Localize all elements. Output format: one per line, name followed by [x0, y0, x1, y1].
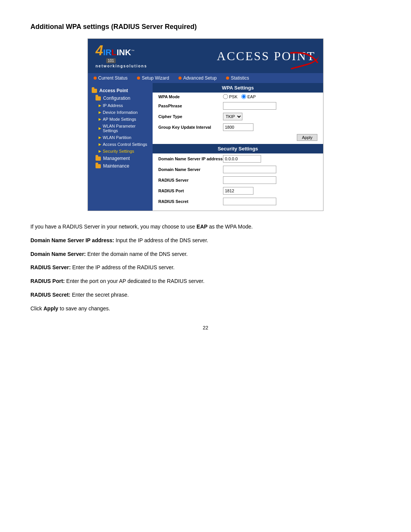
radius-secret-control — [223, 198, 317, 205]
sidebar-item-wlan-params[interactable]: ▶ WLAN Parameter Settings — [88, 123, 153, 134]
main-panel: WPA Settings WPA Mode PSK EAP — [153, 83, 323, 211]
arrow-icon: ▶ — [99, 149, 101, 153]
router-nav: Current Status Setup Wizard Advanced Set… — [88, 73, 323, 83]
wpa-eap-label: EAP — [247, 94, 256, 99]
dns-ip-input[interactable] — [223, 155, 261, 163]
sidebar-item-wlan-partition[interactable]: ▶ WLAN Partition — [88, 134, 153, 141]
sidebar-item-access-point[interactable]: Access Point — [88, 87, 153, 94]
router-body: Access Point Configuration ▶ IP Address … — [88, 83, 323, 211]
nav-statistics[interactable]: Statistics — [226, 75, 249, 81]
wpa-mode-psk[interactable]: PSK — [223, 94, 237, 99]
wpa-eap-radio[interactable] — [241, 94, 246, 99]
arrow-icon: ▶ — [99, 126, 101, 130]
eap-bold: EAP — [197, 224, 208, 230]
radius-secret-input[interactable] — [223, 198, 276, 205]
arrow-icon: ▶ — [99, 136, 101, 139]
sidebar-label: WLAN Partition — [103, 135, 131, 140]
nav-label: Setup Wizard — [142, 75, 169, 81]
nav-dot — [178, 77, 182, 80]
sidebar-label: AP Mode Settings — [103, 117, 136, 121]
desc-p3: Domain Name Server: Enter the domain nam… — [30, 250, 381, 259]
sidebar-label: WLAN Parameter Settings — [103, 124, 149, 133]
security-settings-header: Security Settings — [153, 144, 323, 153]
radius-port-row: RADIUS Port — [153, 185, 323, 196]
sidebar-item-access-control[interactable]: ▶ Access Control Settings — [88, 141, 153, 148]
radius-server-input[interactable] — [223, 176, 276, 184]
page-title: Additional WPA settings (RADIUS Server R… — [30, 23, 381, 31]
sidebar-label: IP Address — [103, 103, 123, 108]
dns-ip-bold: Domain Name Server IP address: — [30, 237, 114, 243]
radius-port-input[interactable] — [223, 187, 253, 195]
dns-ip-control — [223, 155, 317, 163]
sidebar: Access Point Configuration ▶ IP Address … — [88, 83, 153, 211]
router-header: 4 IRLINK™ 101 networkingsolutions Access… — [88, 39, 323, 73]
nav-dot — [94, 77, 97, 80]
passphrase-control — [223, 102, 317, 110]
group-key-input[interactable] — [223, 123, 253, 131]
cipher-type-select[interactable]: TKIP — [223, 113, 242, 120]
desc-p1: If you have a RADIUS Server in your netw… — [30, 222, 381, 232]
cipher-type-label: Cipher Type — [158, 114, 223, 119]
description-section: If you have a RADIUS Server in your netw… — [30, 222, 381, 313]
sidebar-item-device-info[interactable]: ▶ Device Information — [88, 109, 153, 116]
radius-port-control — [223, 187, 317, 195]
sidebar-label: Management — [103, 156, 130, 161]
sidebar-item-management[interactable]: Management — [88, 155, 153, 162]
folder-icon — [96, 164, 101, 168]
logo-irlink: IRLINK™ — [103, 48, 134, 57]
cipher-type-control: TKIP — [223, 113, 317, 120]
arrow-icon: ▶ — [99, 104, 101, 107]
radius-secret-row: RADIUS Secret — [153, 196, 323, 207]
desc-p6: RADIUS Secret: Enter the secret phrase. — [30, 291, 381, 300]
radius-port-bold: RADIUS Port: — [30, 278, 65, 284]
radius-secret-label: RADIUS Secret — [158, 199, 223, 204]
desc-p4: RADIUS Server: Enter the IP address of t… — [30, 263, 381, 272]
dns-name-row: Domain Name Server — [153, 164, 323, 175]
dns-ip-label: Domain Name Server IP address — [158, 157, 223, 161]
folder-icon — [92, 89, 97, 93]
radius-port-label: RADIUS Port — [158, 189, 223, 193]
wpa-mode-row: WPA Mode PSK EAP — [153, 93, 323, 101]
sidebar-label: Configuration — [103, 96, 130, 101]
sidebar-label: Access Control Settings — [103, 142, 147, 147]
apply-row: Apply — [153, 133, 323, 144]
passphrase-input[interactable] — [223, 102, 276, 110]
dns-ip-row: Domain Name Server IP address — [153, 153, 323, 164]
wpa-psk-radio[interactable] — [223, 94, 228, 99]
arrow-icon: ▶ — [99, 110, 101, 114]
sidebar-label: Security Settings — [103, 149, 134, 153]
nav-setup-wizard[interactable]: Setup Wizard — [137, 75, 169, 81]
radius-server-control — [223, 176, 317, 184]
router-ui: 4 IRLINK™ 101 networkingsolutions Access… — [88, 38, 323, 211]
arrow-icon: ▶ — [99, 117, 101, 121]
passphrase-row: PassPhrase — [153, 101, 323, 111]
sidebar-item-configuration[interactable]: Configuration — [88, 94, 153, 102]
sidebar-label: Access Point — [99, 88, 128, 93]
nav-current-status[interactable]: Current Status — [94, 75, 127, 81]
group-key-label: Group Key Update Interval — [158, 125, 223, 129]
wpa-psk-label: PSK — [229, 94, 237, 99]
nav-advanced-setup[interactable]: Advanced Setup — [178, 75, 217, 81]
logo-subtitle: networkingsolutions — [96, 64, 147, 68]
group-key-control — [223, 123, 317, 131]
nav-label: Statistics — [231, 75, 249, 81]
sidebar-item-security-settings[interactable]: ▶ Security Settings — [88, 148, 153, 155]
sidebar-label: Device Information — [103, 110, 138, 115]
sidebar-item-maintenance[interactable]: Maintenance — [88, 162, 153, 170]
logo-101: 101 — [106, 58, 116, 63]
folder-icon — [96, 157, 101, 161]
sidebar-label: Maintenance — [103, 163, 129, 169]
passphrase-label: PassPhrase — [158, 104, 223, 108]
sidebar-item-ap-mode[interactable]: ▶ AP Mode Settings — [88, 116, 153, 123]
apply-bold: Apply — [43, 305, 58, 312]
sidebar-item-ip-address[interactable]: ▶ IP Address — [88, 102, 153, 109]
dns-name-input[interactable] — [223, 166, 276, 173]
nav-label: Advanced Setup — [183, 75, 217, 81]
apply-button[interactable]: Apply — [297, 134, 317, 141]
wpa-mode-label: WPA Mode — [158, 94, 223, 99]
wpa-settings-header: WPA Settings — [153, 83, 323, 93]
dns-name-bold: Domain Name Server: — [30, 251, 86, 257]
desc-p2: Domain Name Server IP address: Input the… — [30, 236, 381, 245]
wpa-mode-eap[interactable]: EAP — [241, 94, 256, 99]
logo-4: 4 — [96, 44, 103, 58]
